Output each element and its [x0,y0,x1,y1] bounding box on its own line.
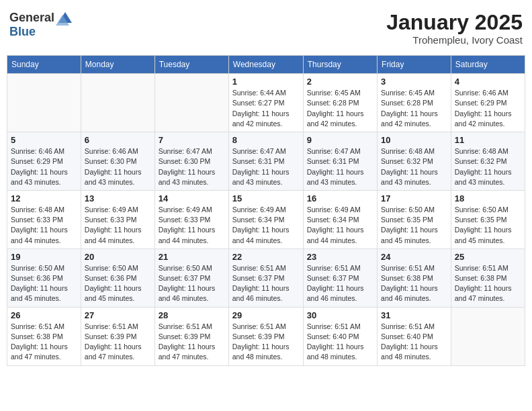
day-info: Sunrise: 6:51 AMSunset: 6:38 PMDaylight:… [11,322,77,363]
col-saturday: Saturday [451,56,525,74]
logo-text: General Blue [9,11,72,39]
table-row: 30Sunrise: 6:51 AMSunset: 6:40 PMDayligh… [303,307,377,365]
day-info: Sunrise: 6:46 AMSunset: 6:30 PMDaylight:… [85,146,151,187]
day-info: Sunrise: 6:50 AMSunset: 6:36 PMDaylight:… [11,263,77,304]
day-number: 22 [232,252,300,262]
table-row: 2Sunrise: 6:45 AMSunset: 6:28 PMDaylight… [303,74,377,132]
table-row [154,74,228,132]
day-info: Sunrise: 6:51 AMSunset: 6:40 PMDaylight:… [381,322,447,363]
table-row: 26Sunrise: 6:51 AMSunset: 6:38 PMDayligh… [7,307,81,365]
day-info: Sunrise: 6:46 AMSunset: 6:29 PMDaylight:… [455,88,521,129]
day-number: 16 [307,193,373,203]
table-row: 6Sunrise: 6:46 AMSunset: 6:30 PMDaylight… [81,132,154,191]
calendar-week-row: 12Sunrise: 6:48 AMSunset: 6:33 PMDayligh… [7,190,525,248]
day-number: 10 [381,135,447,145]
calendar-week-row: 1Sunrise: 6:44 AMSunset: 6:27 PMDaylight… [7,74,525,132]
table-row: 24Sunrise: 6:51 AMSunset: 6:38 PMDayligh… [378,248,451,307]
day-number: 27 [85,310,151,320]
calendar-week-row: 26Sunrise: 6:51 AMSunset: 6:38 PMDayligh… [7,307,525,365]
table-row: 20Sunrise: 6:50 AMSunset: 6:36 PMDayligh… [81,248,154,307]
day-info: Sunrise: 6:47 AMSunset: 6:31 PMDaylight:… [307,146,373,187]
logo-general: General [9,11,54,25]
table-row: 10Sunrise: 6:48 AMSunset: 6:32 PMDayligh… [378,132,451,191]
day-info: Sunrise: 6:51 AMSunset: 6:40 PMDaylight:… [307,322,373,363]
day-number: 21 [159,252,225,262]
day-number: 17 [381,193,447,203]
day-number: 15 [232,193,300,203]
col-sunday: Sunday [7,56,81,74]
table-row: 31Sunrise: 6:51 AMSunset: 6:40 PMDayligh… [378,307,451,365]
calendar-week-row: 19Sunrise: 6:50 AMSunset: 6:36 PMDayligh… [7,248,525,307]
day-number: 24 [381,252,447,262]
day-number: 29 [232,310,300,320]
title-block: January 2025 Trohempleu, Ivory Coast [386,11,523,46]
day-info: Sunrise: 6:46 AMSunset: 6:29 PMDaylight:… [11,146,77,187]
day-info: Sunrise: 6:48 AMSunset: 6:32 PMDaylight:… [381,146,447,187]
calendar-week-row: 5Sunrise: 6:46 AMSunset: 6:29 PMDaylight… [7,132,525,191]
table-row: 19Sunrise: 6:50 AMSunset: 6:36 PMDayligh… [7,248,81,307]
month-title: January 2025 [386,11,523,34]
calendar-header-row: Sunday Monday Tuesday Wednesday Thursday… [7,56,525,74]
day-number: 12 [11,193,77,203]
col-wednesday: Wednesday [228,56,303,74]
day-info: Sunrise: 6:50 AMSunset: 6:37 PMDaylight:… [159,263,225,304]
table-row: 5Sunrise: 6:46 AMSunset: 6:29 PMDaylight… [7,132,81,191]
table-row: 4Sunrise: 6:46 AMSunset: 6:29 PMDaylight… [451,74,525,132]
table-row: 1Sunrise: 6:44 AMSunset: 6:27 PMDaylight… [228,74,303,132]
col-tuesday: Tuesday [154,56,228,74]
day-number: 26 [11,310,77,320]
day-info: Sunrise: 6:48 AMSunset: 6:32 PMDaylight:… [455,146,521,187]
day-number: 9 [307,135,373,145]
day-number: 5 [11,135,77,145]
day-info: Sunrise: 6:48 AMSunset: 6:33 PMDaylight:… [11,205,77,246]
table-row [81,74,154,132]
calendar-table: Sunday Monday Tuesday Wednesday Thursday… [7,55,525,365]
day-number: 18 [455,193,521,203]
table-row: 16Sunrise: 6:49 AMSunset: 6:34 PMDayligh… [303,190,377,248]
location-subtitle: Trohempleu, Ivory Coast [386,34,523,46]
table-row: 7Sunrise: 6:47 AMSunset: 6:30 PMDaylight… [154,132,228,191]
logo-icon [56,11,72,26]
table-row: 13Sunrise: 6:49 AMSunset: 6:33 PMDayligh… [81,190,154,248]
day-info: Sunrise: 6:51 AMSunset: 6:37 PMDaylight:… [232,263,300,304]
table-row: 11Sunrise: 6:48 AMSunset: 6:32 PMDayligh… [451,132,525,191]
day-info: Sunrise: 6:47 AMSunset: 6:31 PMDaylight:… [232,146,300,187]
day-info: Sunrise: 6:51 AMSunset: 6:37 PMDaylight:… [307,263,373,304]
day-info: Sunrise: 6:51 AMSunset: 6:39 PMDaylight:… [159,322,225,363]
table-row: 18Sunrise: 6:50 AMSunset: 6:35 PMDayligh… [451,190,525,248]
table-row: 28Sunrise: 6:51 AMSunset: 6:39 PMDayligh… [154,307,228,365]
day-info: Sunrise: 6:49 AMSunset: 6:33 PMDaylight:… [85,205,151,246]
day-info: Sunrise: 6:49 AMSunset: 6:34 PMDaylight:… [307,205,373,246]
table-row: 21Sunrise: 6:50 AMSunset: 6:37 PMDayligh… [154,248,228,307]
day-number: 23 [307,252,373,262]
day-info: Sunrise: 6:51 AMSunset: 6:39 PMDaylight:… [85,322,151,363]
day-info: Sunrise: 6:44 AMSunset: 6:27 PMDaylight:… [232,88,300,129]
table-row: 23Sunrise: 6:51 AMSunset: 6:37 PMDayligh… [303,248,377,307]
col-friday: Friday [378,56,451,74]
table-row: 8Sunrise: 6:47 AMSunset: 6:31 PMDaylight… [228,132,303,191]
table-row: 17Sunrise: 6:50 AMSunset: 6:35 PMDayligh… [378,190,451,248]
day-info: Sunrise: 6:45 AMSunset: 6:28 PMDaylight:… [381,88,447,129]
logo-blue: Blue [9,26,72,39]
table-row [7,74,81,132]
day-number: 13 [85,193,151,203]
day-info: Sunrise: 6:49 AMSunset: 6:34 PMDaylight:… [232,205,300,246]
day-info: Sunrise: 6:50 AMSunset: 6:35 PMDaylight:… [455,205,521,246]
col-monday: Monday [81,56,154,74]
table-row: 3Sunrise: 6:45 AMSunset: 6:28 PMDaylight… [378,74,451,132]
day-number: 2 [307,77,373,87]
day-number: 25 [455,252,521,262]
day-number: 19 [11,252,77,262]
logo: General Blue [9,11,72,39]
day-number: 4 [455,77,521,87]
day-info: Sunrise: 6:51 AMSunset: 6:38 PMDaylight:… [381,263,447,304]
table-row: 9Sunrise: 6:47 AMSunset: 6:31 PMDaylight… [303,132,377,191]
day-info: Sunrise: 6:49 AMSunset: 6:33 PMDaylight:… [159,205,225,246]
day-number: 31 [381,310,447,320]
day-info: Sunrise: 6:45 AMSunset: 6:28 PMDaylight:… [307,88,373,129]
day-info: Sunrise: 6:51 AMSunset: 6:39 PMDaylight:… [232,322,300,363]
day-info: Sunrise: 6:51 AMSunset: 6:38 PMDaylight:… [455,263,521,304]
table-row: 12Sunrise: 6:48 AMSunset: 6:33 PMDayligh… [7,190,81,248]
table-row [451,307,525,365]
col-thursday: Thursday [303,56,377,74]
